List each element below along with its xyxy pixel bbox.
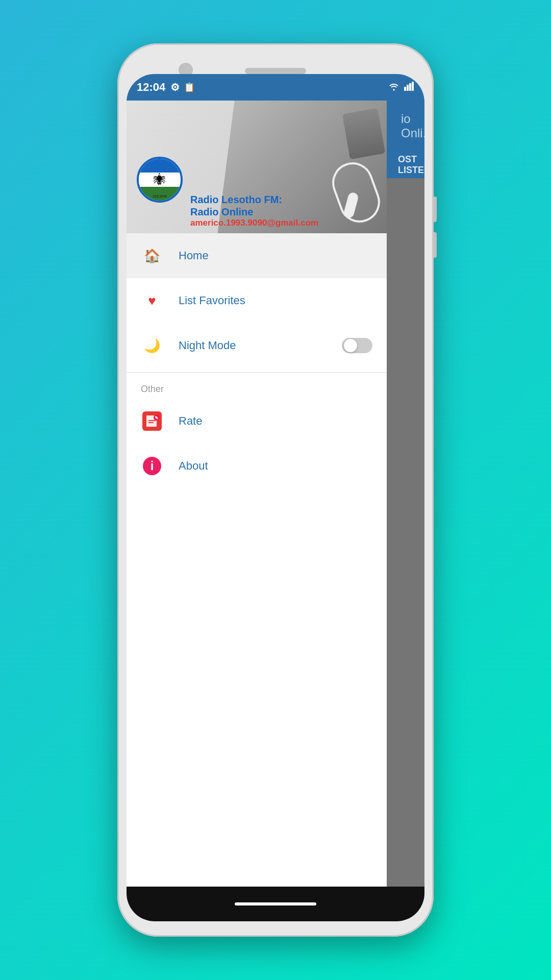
about-icon: i bbox=[141, 455, 163, 477]
status-left: 12:04 ⚙ 📋 bbox=[137, 81, 195, 94]
hat-symbol: 🕷 bbox=[154, 173, 166, 187]
phone-speaker bbox=[245, 68, 306, 74]
rate-icon: ✎ bbox=[141, 410, 163, 432]
bottom-home-indicator[interactable] bbox=[235, 902, 316, 905]
volume-up-button[interactable] bbox=[434, 197, 437, 222]
menu-item-home[interactable]: 🏠 Home bbox=[127, 233, 387, 278]
drawer-email: americo.1993.9090@gmail.com bbox=[190, 218, 318, 228]
status-icons: ⚙ 📋 bbox=[170, 81, 195, 93]
phone-shell: 12:04 ⚙ 📋 bbox=[117, 43, 434, 937]
status-right bbox=[388, 82, 414, 93]
phone-screen: 12:04 ⚙ 📋 bbox=[127, 74, 424, 921]
menu-divider bbox=[127, 372, 387, 373]
svg-rect-1 bbox=[404, 87, 406, 91]
menu-item-rate[interactable]: ✎ Rate bbox=[127, 399, 387, 444]
headphone-cord bbox=[327, 157, 386, 228]
radio-freq-text: 102.2FM bbox=[153, 194, 167, 198]
drawer-app-name: Radio Lesotho FM: Radio Online bbox=[190, 193, 292, 218]
section-other-label: Other bbox=[127, 377, 387, 399]
right-panel: io Onli... 🔍 OST LISTENED bbox=[387, 101, 424, 887]
svg-text:✎: ✎ bbox=[155, 415, 159, 421]
toggle-knob bbox=[344, 339, 357, 352]
home-icon: 🏠 bbox=[141, 244, 163, 267]
flag-blue bbox=[139, 159, 181, 173]
menu-item-favorites-label: List Favorites bbox=[179, 294, 372, 307]
menu-item-rate-label: Rate bbox=[179, 414, 372, 428]
gear-icon: ⚙ bbox=[170, 81, 180, 93]
drawer-menu: 🏠 Home ♥ List Favorites 🌙 Night Mode bbox=[127, 233, 387, 887]
right-panel-tabs: OST LISTENED bbox=[387, 152, 424, 178]
bottom-navigation-bar bbox=[127, 887, 424, 921]
menu-item-favorites[interactable]: ♥ List Favorites bbox=[127, 278, 387, 323]
menu-item-nightmode[interactable]: 🌙 Night Mode bbox=[127, 323, 387, 368]
svg-rect-2 bbox=[407, 85, 409, 91]
menu-item-about-label: About bbox=[179, 459, 372, 473]
wifi-icon bbox=[388, 82, 400, 93]
status-bar: 12:04 ⚙ 📋 bbox=[127, 74, 424, 101]
right-panel-header: io Onli... 🔍 bbox=[387, 101, 424, 152]
menu-item-about[interactable]: i About bbox=[127, 444, 387, 488]
signal-icon bbox=[404, 82, 414, 93]
svg-rect-4 bbox=[412, 82, 414, 91]
night-mode-toggle[interactable] bbox=[342, 338, 372, 353]
status-time: 12:04 bbox=[137, 81, 165, 94]
svg-text:i: i bbox=[151, 459, 154, 473]
flag-green bbox=[139, 187, 181, 201]
drawer-header: 🕷 102.2FM Radio Lesotho FM: Radio Online… bbox=[127, 101, 387, 233]
radio-logo: 🕷 102.2FM bbox=[137, 157, 183, 203]
navigation-drawer: 🕷 102.2FM Radio Lesotho FM: Radio Online… bbox=[127, 101, 387, 887]
volume-down-button[interactable] bbox=[434, 232, 437, 258]
radio-logo-circle: 🕷 102.2FM bbox=[137, 157, 183, 203]
svg-point-0 bbox=[393, 89, 395, 90]
menu-item-nightmode-label: Night Mode bbox=[179, 339, 342, 352]
menu-item-home-label: Home bbox=[179, 249, 372, 262]
favorites-icon: ♥ bbox=[141, 289, 163, 312]
tab-most-listened[interactable]: OST LISTENED bbox=[392, 154, 424, 176]
clipboard-icon: 📋 bbox=[184, 82, 195, 93]
right-panel-title: io Onli... bbox=[396, 112, 424, 140]
main-area: 🕷 102.2FM Radio Lesotho FM: Radio Online… bbox=[127, 101, 424, 887]
night-mode-icon: 🌙 bbox=[141, 334, 163, 357]
svg-rect-3 bbox=[409, 83, 411, 91]
